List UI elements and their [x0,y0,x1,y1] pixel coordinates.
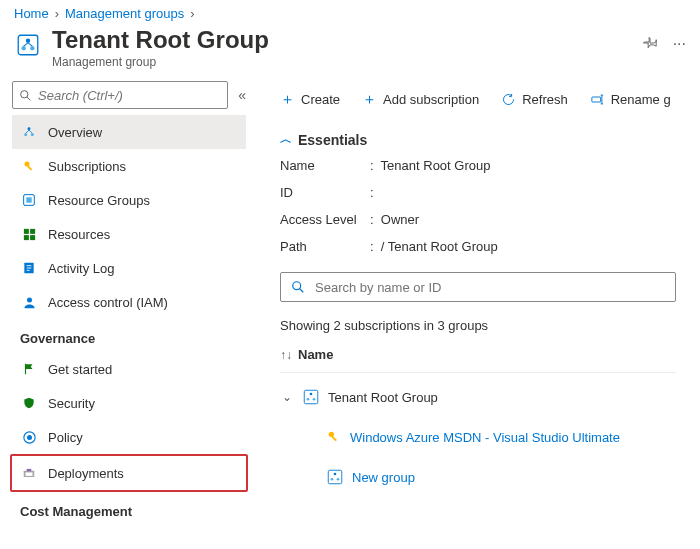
create-button[interactable]: ＋ Create [280,90,340,109]
sidebar-item-label: Deployments [48,466,124,481]
svg-rect-39 [331,436,337,442]
list-filter[interactable] [280,272,676,302]
ess-key-id: ID [280,185,370,200]
essentials-toggle[interactable]: ︿ Essentials [280,117,700,158]
flag-icon [20,361,38,377]
svg-rect-15 [23,235,28,240]
toolbar-label: Refresh [522,92,568,107]
svg-rect-10 [26,165,31,170]
svg-point-42 [331,478,334,481]
ess-val-id [370,185,700,200]
svg-rect-27 [27,469,32,471]
result-count: Showing 2 subscriptions in 3 groups [280,318,700,333]
sidebar-section-governance: Governance [12,319,246,352]
essentials-heading: Essentials [298,132,367,148]
breadcrumb-sep: › [190,6,194,21]
svg-point-24 [27,435,32,440]
ess-val-path: / Tenant Root Group [370,239,700,254]
pin-icon[interactable] [643,35,659,53]
rename-icon [590,92,605,107]
svg-point-41 [334,473,337,476]
sidebar-item-label: Policy [48,430,83,445]
grid-icon [20,227,38,242]
person-icon [20,295,38,310]
ess-key-path: Path [280,239,370,254]
page-title: Tenant Root Group [52,27,269,53]
breadcrumb-mg[interactable]: Management groups [65,6,184,21]
rename-button[interactable]: Rename g [590,92,671,107]
column-header-name[interactable]: ↑↓ Name [280,347,676,373]
policy-icon [20,430,38,445]
svg-point-4 [21,91,28,98]
breadcrumb-sep: › [55,6,59,21]
sidebar-section-cost-management: Cost Management [12,492,246,525]
tree-label[interactable]: New group [352,470,415,485]
sidebar-item-label: Overview [48,125,102,140]
breadcrumb: Home › Management groups › [0,0,700,23]
sidebar-item-subscriptions[interactable]: Subscriptions [12,149,246,183]
refresh-icon [501,92,516,107]
svg-point-8 [31,134,34,137]
collapse-sidebar-icon[interactable]: « [238,87,246,103]
tree-row-root[interactable]: ⌄ Tenant Root Group [280,377,700,417]
toolbar-label: Create [301,92,340,107]
sidebar-item-overview[interactable]: Overview [12,115,246,149]
essentials-grid: Name Tenant Root Group ID Access Level O… [280,158,700,254]
management-group-icon [14,31,42,59]
svg-rect-26 [26,473,33,477]
ess-val-access: Owner [370,212,700,227]
svg-point-37 [313,398,316,401]
toolbar: ＋ Create ＋ Add subscription Refresh Rena… [280,81,700,117]
sidebar-item-security[interactable]: Security [12,386,246,420]
resource-group-icon [20,192,38,208]
svg-point-43 [337,478,340,481]
svg-rect-28 [592,97,601,102]
add-subscription-button[interactable]: ＋ Add subscription [362,90,479,109]
sidebar-item-get-started[interactable]: Get started [12,352,246,386]
sidebar: « Overview Subscriptions Resource Groups [0,81,256,525]
toolbar-label: Add subscription [383,92,479,107]
sidebar-item-label: Resource Groups [48,193,150,208]
sidebar-item-label: Security [48,396,95,411]
refresh-button[interactable]: Refresh [501,92,568,107]
management-group-icon [20,124,38,140]
tree-row-subscription[interactable]: Windows Azure MSDN - Visual Studio Ultim… [280,417,700,457]
sidebar-item-label: Get started [48,362,112,377]
svg-rect-0 [18,35,38,55]
chevron-up-icon: ︿ [280,131,292,148]
more-icon[interactable]: ··· [673,35,686,53]
ess-key-name: Name [280,158,370,173]
tree-row-group[interactable]: New group [280,457,700,497]
list-filter-input[interactable] [315,280,665,295]
svg-rect-12 [26,198,31,203]
sidebar-item-activity-log[interactable]: Activity Log [12,251,246,285]
sidebar-search-input[interactable] [38,88,221,103]
tree-label[interactable]: Windows Azure MSDN - Visual Studio Ultim… [350,430,620,445]
sidebar-item-resource-groups[interactable]: Resource Groups [12,183,246,217]
svg-rect-16 [30,235,35,240]
svg-point-7 [24,134,27,137]
plus-icon: ＋ [280,90,295,109]
search-icon [19,89,32,102]
shield-icon [20,395,38,411]
sidebar-item-resources[interactable]: Resources [12,217,246,251]
sidebar-item-policy[interactable]: Policy [12,420,246,454]
breadcrumb-home[interactable]: Home [14,6,49,21]
svg-point-2 [22,46,26,50]
key-icon [20,159,38,174]
toolbar-label: Rename g [611,92,671,107]
log-icon [20,260,38,276]
sidebar-item-deployments[interactable]: Deployments [12,456,246,490]
sidebar-item-label: Resources [48,227,110,242]
svg-point-32 [293,282,301,290]
svg-rect-13 [23,229,28,234]
header-actions: ··· [643,27,686,53]
sidebar-item-access-control[interactable]: Access control (IAM) [12,285,246,319]
chevron-down-icon[interactable]: ⌄ [280,390,294,404]
page-subtitle: Management group [52,55,269,69]
svg-rect-14 [30,229,35,234]
svg-point-35 [310,393,313,396]
column-label: Name [298,347,333,362]
sort-icon: ↑↓ [280,348,292,362]
sidebar-search[interactable] [12,81,228,109]
